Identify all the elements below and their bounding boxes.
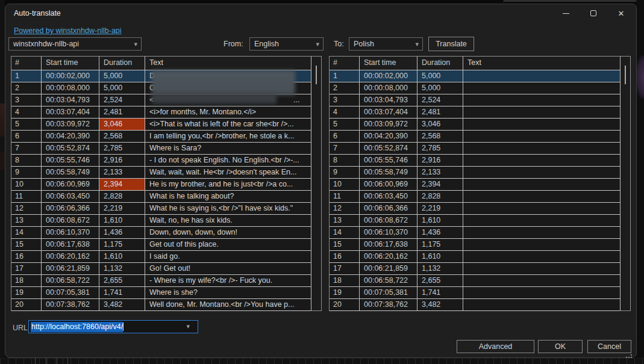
duration: 2,655 [99,275,145,286]
table-row[interactable]: 1900:07:05,3811,741 [330,286,620,298]
table-row[interactable]: 1400:06:10,3701,436 [330,226,620,238]
table-row[interactable]: 800:05:55,7462,916- I do not speak Engli… [11,154,311,166]
table-row[interactable]: 1000:06:00,9692,394He is my brother, and… [11,178,311,190]
minimize-icon [563,13,569,14]
resize-grip[interactable] [627,353,632,358]
subtitle-text [463,131,620,142]
duration: 5,000 [417,70,463,82]
table-row[interactable]: 800:05:55,7462,916 [330,154,620,166]
table-row[interactable]: 200:00:08,0005,000 [330,82,620,94]
start-time: 00:06:58,722 [360,275,417,286]
redaction-blur [152,94,277,104]
column-header-number[interactable]: # [11,57,42,70]
cancel-button[interactable]: Cancel [587,340,631,353]
start-time: 00:06:21,859 [360,263,417,274]
duration: 2,785 [417,143,463,154]
subtitle-text [463,191,620,202]
maximize-button[interactable] [580,4,607,22]
table-row[interactable]: 1400:06:10,3701,436Down, down, down, dow… [11,226,311,238]
table-row[interactable]: 1700:06:21,8591,132 [330,262,620,274]
powered-by-link[interactable]: Powered by winstxnhdw-nllb-api [14,26,122,35]
maximize-icon [590,10,596,16]
column-header-number[interactable]: # [330,57,360,70]
column-header-starttime[interactable]: Start time [42,57,99,70]
duration: 2,481 [99,106,145,118]
table-row[interactable]: 400:03:07,4042,481 [330,106,620,118]
ok-button[interactable]: OK [538,340,583,353]
target-table-rows: 100:00:02,0005,000200:00:08,0005,000300:… [330,70,620,311]
row-number: 13 [330,215,360,226]
from-language-dropdown[interactable]: English ▾ [249,37,324,51]
table-row[interactable]: 1900:07:05,3811,741Where is she? [11,286,311,298]
engine-dropdown[interactable]: winstxnhdw-nllb-api ▾ [8,37,142,51]
table-row[interactable]: 1200:06:06,3662,219 [330,202,620,214]
table-row[interactable]: 1500:06:17,6381,175 [330,238,620,250]
duration: 5,000 [99,70,145,82]
table-row[interactable]: 1800:06:58,7222,655 [330,274,620,286]
table-row[interactable]: 900:05:58,7492,133 [330,166,620,178]
duration: 3,482 [99,299,145,310]
column-header-text[interactable]: Text [463,57,620,70]
start-time: 00:06:06,366 [42,203,99,214]
url-label: URL [13,324,28,332]
title-bar[interactable]: Auto-translate ✕ [5,4,636,22]
table-row[interactable]: 1500:06:17,6381,175Get out of this place… [11,238,311,250]
column-header-text[interactable]: Text [145,57,311,70]
subtitle-text: He is my brother, and he is just<br />a … [145,179,311,190]
column-header-duration[interactable]: Duration [417,57,463,70]
duration: 2,524 [99,94,145,106]
table-row[interactable]: 2000:07:38,7623,482 [330,298,620,310]
table-row[interactable]: 1000:06:00,9692,394 [330,178,620,190]
chevron-down-icon: ▾ [415,38,419,50]
table-row[interactable]: 1800:06:58,7222,655- Where is my wife?<b… [11,274,311,286]
row-number: 12 [330,203,360,214]
row-number: 9 [330,167,360,178]
to-language-dropdown[interactable]: Polish ▾ [349,37,423,51]
table-row[interactable]: 600:04:20,3902,568I am telling you,<br /… [11,130,311,142]
subtitle-text [463,179,620,190]
table-row[interactable]: 100:00:02,0005,000 [330,70,620,82]
background-app-edge [503,0,640,2]
scrollbar-thumb[interactable] [316,66,317,84]
table-row[interactable]: 500:03:09,9723,046 [330,118,620,130]
table-row[interactable]: 1700:06:21,8591,132Go! Get out! [11,262,311,274]
table-row[interactable]: 300:03:04,7932,524 [330,94,620,106]
start-time: 00:03:09,972 [42,119,99,130]
table-row[interactable]: 2000:07:38,7623,482Well done, Mr. Montan… [11,298,311,310]
row-number: 11 [330,191,360,202]
url-value[interactable]: http://localhost:7860/api/v4/ [31,322,123,332]
scrollbar[interactable] [311,57,321,310]
table-row[interactable]: 1300:06:08,6721,610 [330,214,620,226]
row-number: 12 [11,203,42,214]
window-controls: ✕ [552,4,635,22]
table-row[interactable]: 1300:06:08,6721,610Wait, no, he has six … [11,214,311,226]
column-header-duration[interactable]: Duration [99,57,145,70]
url-combobox[interactable]: http://localhost:7860/api/v4/ ▾ [28,320,198,333]
duration: 5,000 [417,82,463,94]
advanced-button[interactable]: Advanced [457,340,534,353]
table-row[interactable]: 600:04:20,3902,568 [330,130,620,142]
table-row[interactable]: 1100:06:03,4502,828What is he talking ab… [11,190,311,202]
subtitle-text [463,94,620,106]
duration: 2,219 [99,203,145,214]
row-number: 5 [11,119,42,130]
table-row[interactable]: 1600:06:20,1621,610 [330,250,620,262]
scrollbar[interactable] [620,57,630,310]
scrollbar-thumb[interactable] [625,66,626,84]
table-row[interactable]: 700:05:52,8742,785Where is Sara? [11,142,311,154]
start-time: 00:05:58,749 [360,167,417,178]
table-row[interactable]: 900:05:58,7492,133Wait, wait, wait. He<b… [11,166,311,178]
subtitle-text: What he is saying is,<br />"I have six k… [145,203,311,214]
table-row[interactable]: 700:05:52,8742,785 [330,142,620,154]
translate-button[interactable]: Translate [428,37,474,51]
row-number: 15 [11,239,42,250]
table-row[interactable]: 500:03:09,9723,046<i>That is what is lef… [11,118,311,130]
table-row[interactable]: 1600:06:20,1621,610I said go. [11,250,311,262]
column-header-starttime[interactable]: Start time [360,57,417,70]
minimize-button[interactable] [552,4,580,22]
table-row[interactable]: 400:03:07,4042,481<i>for months, Mr. Mon… [11,106,311,118]
chevron-down-icon[interactable]: ▾ [186,322,190,330]
close-button[interactable]: ✕ [607,4,635,22]
table-row[interactable]: 1200:06:06,3662,219What he is saying is,… [11,202,311,214]
table-row[interactable]: 1100:06:03,4502,828 [330,190,620,202]
